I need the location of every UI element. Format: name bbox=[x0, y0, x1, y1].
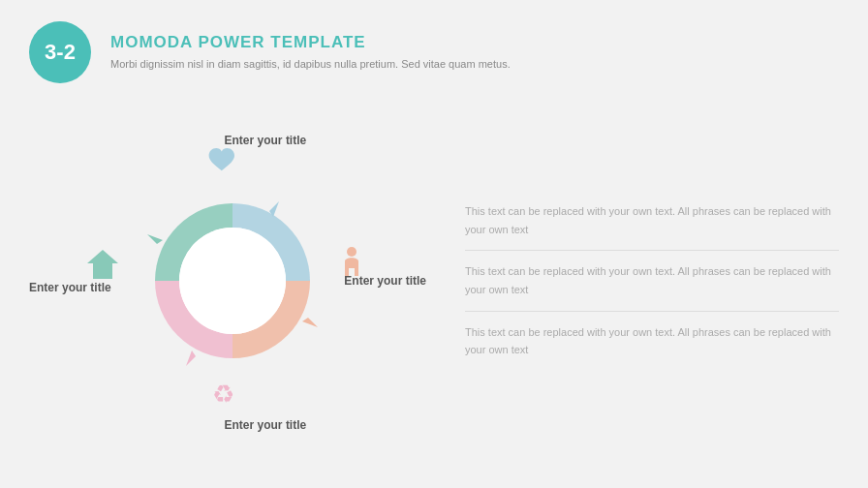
divider-1 bbox=[465, 250, 839, 251]
text-block-1: This text can be replaced with your own … bbox=[465, 202, 839, 238]
header-text: MOMODA POWER TEMPLATE Morbi dignissim ni… bbox=[110, 33, 511, 73]
main-content: ♻ Enter your title Enter your title Ente… bbox=[0, 93, 868, 488]
text-block-3-content: This text can be replaced with your own … bbox=[465, 326, 831, 356]
svg-rect-8 bbox=[98, 267, 108, 279]
text-block-1-content: This text can be replaced with your own … bbox=[465, 205, 831, 235]
svg-marker-2 bbox=[302, 318, 318, 327]
svg-point-5 bbox=[347, 247, 356, 257]
badge-text: 3-2 bbox=[45, 40, 76, 65]
label-top: Enter your title bbox=[225, 134, 307, 147]
slide-badge: 3-2 bbox=[29, 21, 91, 83]
label-left: Enter your title bbox=[29, 281, 107, 294]
slide: 3-2 MOMODA POWER TEMPLATE Morbi dignissi… bbox=[0, 0, 868, 488]
label-bottom: Enter your title bbox=[225, 418, 307, 432]
svg-point-0 bbox=[179, 228, 286, 334]
label-left-text: Enter your title bbox=[29, 281, 111, 294]
label-bottom-text: Enter your title bbox=[225, 418, 307, 432]
text-block-3: This text can be replaced with your own … bbox=[465, 323, 839, 359]
text-block-2-content: This text can be replaced with your own … bbox=[465, 265, 831, 295]
label-top-text: Enter your title bbox=[225, 134, 307, 147]
text-area: This text can be replaced with your own … bbox=[455, 202, 839, 359]
page-subtitle: Morbi dignissim nisl in diam sagittis, i… bbox=[110, 56, 511, 73]
svg-text:♻: ♻ bbox=[212, 380, 234, 409]
page-title: MOMODA POWER TEMPLATE bbox=[110, 33, 511, 52]
header: 3-2 MOMODA POWER TEMPLATE Morbi dignissi… bbox=[0, 0, 868, 93]
svg-marker-3 bbox=[186, 351, 196, 366]
text-block-2: This text can be replaced with your own … bbox=[465, 262, 839, 298]
label-right: Enter your title bbox=[344, 274, 426, 288]
label-right-text: Enter your title bbox=[344, 274, 426, 288]
svg-marker-4 bbox=[147, 234, 163, 244]
divider-2 bbox=[465, 311, 839, 312]
diagram-area: ♻ Enter your title Enter your title Ente… bbox=[29, 116, 436, 445]
